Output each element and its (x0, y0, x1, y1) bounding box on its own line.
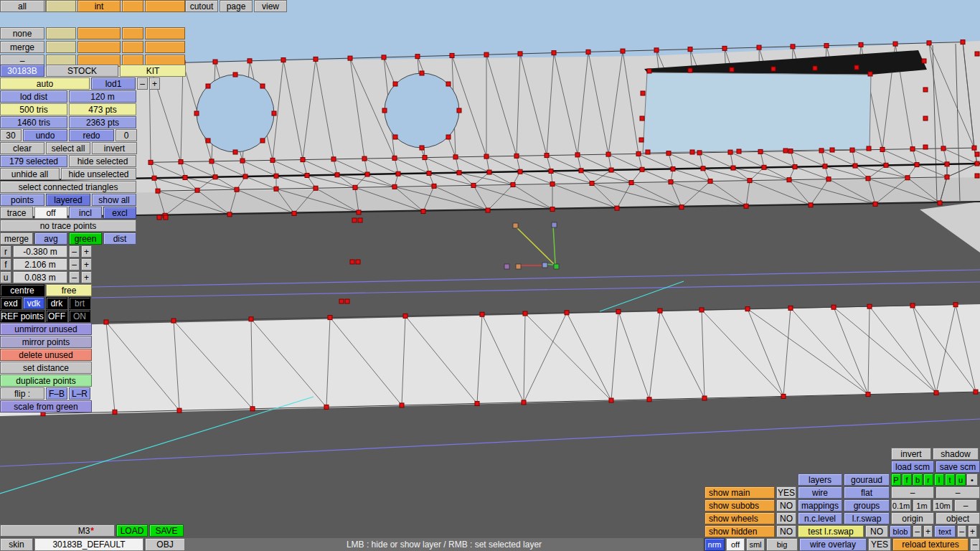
trace-excl-button[interactable]: excl (103, 207, 136, 219)
hide-unselected-button[interactable]: hide unselected (61, 168, 136, 180)
dash-cell[interactable]: – (891, 486, 934, 499)
menu-item-page[interactable]: page (220, 0, 253, 12)
nrm-big-button[interactable]: big (766, 538, 798, 551)
scale-from-green-button[interactable]: scale from green (0, 400, 92, 413)
undo-button[interactable]: undo (23, 129, 67, 141)
clear-button[interactable]: clear (0, 142, 44, 154)
u-value[interactable]: 0.083 m (13, 271, 67, 283)
brt-button[interactable]: brt (69, 297, 90, 309)
reload-textures-button[interactable]: reload textures (892, 538, 969, 551)
mask-cell[interactable] (77, 41, 121, 53)
mask-cell[interactable] (46, 41, 76, 53)
mask-cell[interactable] (145, 41, 185, 53)
centre-button[interactable]: centre (0, 284, 44, 296)
layers-button[interactable]: layers (798, 474, 842, 486)
menu-item-view[interactable]: view (254, 0, 287, 12)
test-lr-swap-button[interactable]: test l.r.swap (798, 525, 864, 537)
toggle-f-button[interactable]: f (902, 474, 912, 486)
show-main-value[interactable]: YES (776, 486, 796, 499)
hide-selected-button[interactable]: hide selected (69, 155, 136, 167)
trace-label[interactable]: trace (0, 207, 33, 219)
nc-level-button[interactable]: n.c.level (798, 512, 842, 524)
toggle-t-button[interactable]: t (945, 474, 955, 486)
dist-button[interactable]: dist (103, 232, 136, 245)
grid-10m-button[interactable]: 10m (933, 499, 953, 512)
r-plus-button[interactable]: + (81, 245, 92, 258)
text-minus-button[interactable]: – (957, 525, 966, 537)
r-minus-button[interactable]: – (69, 245, 80, 258)
layered-button[interactable]: layered (46, 194, 90, 206)
select-connected-button[interactable]: select connected triangles (0, 181, 136, 193)
delete-unused-button[interactable]: delete unused (0, 349, 92, 361)
wire-overlay-value[interactable]: YES (868, 538, 891, 551)
save-button[interactable]: SAVE (149, 524, 184, 537)
duplicate-points-button[interactable]: duplicate points (0, 375, 92, 387)
reload-dash-cell[interactable]: – (970, 538, 980, 551)
unhide-all-button[interactable]: unhide all (0, 168, 60, 180)
set-distance-button[interactable]: set distance (0, 362, 92, 374)
f-plus-button[interactable]: + (81, 258, 92, 270)
avg-button[interactable]: avg (34, 232, 67, 245)
show-hidden-value[interactable]: NO (776, 525, 796, 537)
menu-item-cutout[interactable]: cutout (185, 0, 218, 12)
text-plus-button[interactable]: + (968, 525, 977, 537)
unmirror-unused-button[interactable]: unmirror unused (0, 323, 92, 335)
tris-budget[interactable]: 500 tris (0, 103, 67, 116)
mask-merge-button[interactable]: merge (0, 41, 44, 53)
f-value[interactable]: 2.106 m (13, 258, 67, 270)
toggle-r-button[interactable]: r (923, 474, 933, 486)
object-button[interactable]: object (936, 512, 980, 524)
green-button[interactable]: green (69, 232, 102, 245)
grid-01m-button[interactable]: 0.1m (891, 499, 911, 512)
dash-cell[interactable]: – (936, 486, 980, 499)
flat-button[interactable]: flat (844, 486, 890, 499)
select-all-button[interactable]: select all (46, 142, 90, 154)
blob-minus-button[interactable]: – (913, 525, 922, 537)
model-id-button[interactable]: 30183B (0, 65, 44, 77)
show-subobs-value[interactable]: NO (776, 499, 796, 512)
drk-button[interactable]: drk (46, 297, 67, 309)
show-wheels-button[interactable]: show wheels (705, 512, 775, 524)
u-plus-button[interactable]: + (81, 271, 92, 283)
text-button[interactable]: text (934, 525, 956, 537)
lod-dist-label[interactable]: lod dist (0, 90, 67, 103)
ref-on-button[interactable]: ON (69, 310, 90, 322)
toggle-dot-button[interactable]: • (966, 474, 978, 486)
lr-swap-button[interactable]: l.r.swap (844, 512, 890, 524)
exd-button[interactable]: exd (0, 297, 22, 309)
trace-off-button[interactable]: off (34, 207, 67, 219)
lod-plus-button[interactable]: + (149, 77, 160, 90)
toggle-u-button[interactable]: u (956, 474, 966, 486)
vdk-button[interactable]: vdk (23, 297, 44, 309)
mask-cell[interactable] (77, 27, 121, 39)
load-button[interactable]: LOAD (116, 524, 148, 537)
skin-button[interactable]: skin (0, 538, 33, 551)
flip-lr-button[interactable]: L–R (69, 387, 90, 400)
show-wheels-value[interactable]: NO (776, 512, 796, 524)
mask-cell[interactable] (46, 0, 76, 12)
mask-cell[interactable] (46, 27, 76, 39)
mask-cell[interactable] (145, 27, 185, 39)
mask-cell[interactable] (145, 0, 185, 12)
load-scm-button[interactable]: load scm (891, 461, 934, 473)
toggle-l-button[interactable]: l (934, 474, 944, 486)
grid-1m-button[interactable]: 1m (913, 499, 931, 512)
shadow-button[interactable]: shadow (933, 448, 979, 460)
toggle-b-button[interactable]: b (913, 474, 923, 486)
origin-button[interactable]: origin (891, 512, 934, 524)
lod-auto-button[interactable]: auto (0, 77, 90, 90)
points-button[interactable]: points (0, 194, 44, 206)
dash-cell[interactable]: – (954, 499, 977, 512)
blob-button[interactable]: blob (890, 525, 911, 537)
nrm-off-button[interactable]: off (726, 538, 745, 551)
groups-button[interactable]: groups (844, 499, 890, 512)
test-lr-swap-value[interactable]: NO (865, 525, 888, 537)
show-subobs-button[interactable]: show subobs (705, 499, 775, 512)
ref-off-button[interactable]: OFF (46, 310, 67, 322)
blob-plus-button[interactable]: + (923, 525, 933, 537)
nrm-sml-button[interactable]: sml (746, 538, 765, 551)
wire-overlay-button[interactable]: wire overlay (799, 538, 867, 551)
r-value[interactable]: -0.380 m (13, 245, 67, 258)
mask-cell[interactable] (122, 41, 143, 53)
show-all-button[interactable]: show all (92, 194, 136, 206)
